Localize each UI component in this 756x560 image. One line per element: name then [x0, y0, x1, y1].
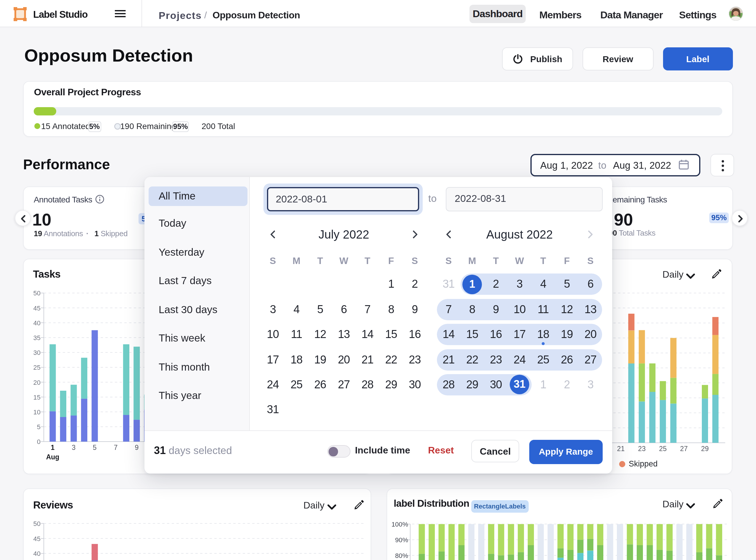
svg-text:40: 40 — [33, 319, 40, 327]
svg-text:15: 15 — [33, 394, 40, 401]
svg-text:27: 27 — [680, 445, 688, 453]
svg-text:20: 20 — [33, 379, 40, 386]
svg-text:23: 23 — [638, 445, 645, 453]
svg-text:25: 25 — [659, 445, 667, 453]
svg-text:7: 7 — [113, 444, 117, 452]
svg-text:50: 50 — [33, 289, 40, 297]
svg-text:90%: 90% — [395, 536, 408, 544]
svg-text:45: 45 — [33, 535, 40, 542]
svg-text:25: 25 — [33, 364, 40, 371]
svg-text:100%: 100% — [391, 521, 408, 528]
svg-text:1: 1 — [51, 444, 55, 452]
svg-text:3: 3 — [72, 444, 76, 452]
svg-text:35: 35 — [33, 334, 40, 342]
svg-text:80%: 80% — [395, 552, 408, 559]
svg-text:29: 29 — [701, 445, 709, 453]
svg-text:5: 5 — [93, 444, 97, 452]
svg-text:45: 45 — [33, 304, 40, 312]
svg-text:10: 10 — [33, 408, 40, 416]
svg-text:9: 9 — [134, 444, 138, 452]
svg-text:30: 30 — [33, 349, 40, 356]
svg-text:5: 5 — [37, 423, 40, 431]
svg-text:21: 21 — [617, 445, 624, 453]
svg-text:Skipped: Skipped — [629, 459, 658, 468]
svg-text:40: 40 — [33, 550, 40, 557]
svg-text:0: 0 — [37, 438, 40, 445]
svg-text:Aug: Aug — [46, 453, 59, 461]
svg-text:50: 50 — [33, 520, 40, 527]
